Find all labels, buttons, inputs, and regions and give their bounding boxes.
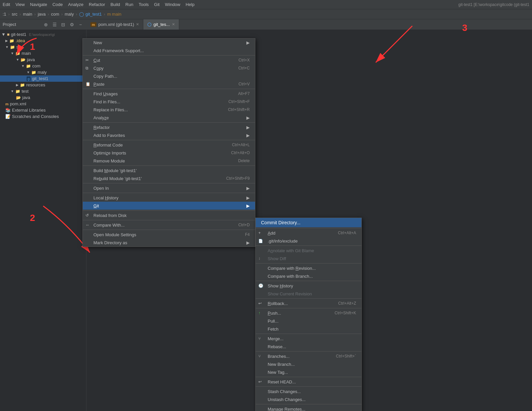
git-branches[interactable]: ⑂ Branches... Ctrl+Shift+` <box>256 352 361 360</box>
tree-java[interactable]: ▼ 📂 java <box>0 56 86 63</box>
scratches-label: Scratches and Consoles <box>12 114 59 119</box>
toolbar-add-icon[interactable]: ⊕ <box>43 21 49 28</box>
tree-test[interactable]: ▼ 📁 test <box>0 88 86 94</box>
git-compare-branch[interactable]: Compare with Branch... <box>256 272 361 280</box>
toolbar-expand-icon[interactable]: ☰ <box>51 21 58 28</box>
compare-icon: ↔ <box>85 223 89 227</box>
sep-2 <box>83 89 255 89</box>
menu-paste[interactable]: 📋 Paste Ctrl+V <box>83 80 255 88</box>
tree-maly[interactable]: ▼ 📁 maly <box>0 69 86 75</box>
menu-remove-module[interactable]: Remove Module Delete <box>83 157 255 165</box>
tree-main[interactable]: ▼ 📁 main <box>0 50 86 56</box>
toolbar-collapse-icon[interactable]: ⊟ <box>60 21 66 28</box>
menu-analyze[interactable]: Analyze <box>68 2 83 7</box>
menu-git[interactable]: Git <box>154 2 160 7</box>
git-path-display: git-test1 [E:\workspace\gitcode (git-tes… <box>459 2 529 7</box>
breadcrumb-java[interactable]: java <box>38 12 46 17</box>
menu-refactor[interactable]: Refactor <box>89 2 105 7</box>
breadcrumb-main[interactable]: main <box>23 12 32 17</box>
git-sep-5 <box>256 308 361 308</box>
tab-pom-xml[interactable]: m pom.xml (git-test1) ✕ <box>86 19 143 30</box>
git-rollback[interactable]: ↩ Rollback... Ctrl+Alt+Z <box>256 299 361 307</box>
menu-new[interactable]: New ▶ <box>83 39 255 47</box>
tree-git-test1-file[interactable]: g git_test1 <box>0 75 86 82</box>
breadcrumb-src[interactable]: src <box>12 12 17 17</box>
ext-libs-label: External Libraries <box>12 108 46 113</box>
menu-reformat[interactable]: Reformat Code Ctrl+Alt+L <box>83 141 255 149</box>
tab-git-label: git_tes... <box>153 22 170 27</box>
menu-code[interactable]: Code <box>53 2 63 7</box>
menu-window[interactable]: Window <box>165 2 180 7</box>
git-new-tag[interactable]: New Tag... <box>256 368 361 376</box>
git-new-branch[interactable]: New Branch... <box>256 360 361 368</box>
menu-add-favorites[interactable]: Add to Favorites ▶ <box>83 131 255 139</box>
menu-navigate[interactable]: Navigate <box>30 2 47 7</box>
maven-tab-icon: m <box>90 22 96 27</box>
menu-refactor[interactable]: Refactor ▶ <box>83 123 255 131</box>
menu-git[interactable]: Git ▶ <box>83 202 255 210</box>
toolbar-minus-icon[interactable]: − <box>77 21 84 28</box>
tab-close[interactable]: ✕ <box>136 22 139 27</box>
tab-git-test[interactable]: ◯ git_tes... ✕ <box>143 19 179 30</box>
git-info-exclude[interactable]: 📄 .git/info/exclude <box>256 237 361 245</box>
breadcrumb-git-test1[interactable]: ◯ git_test1 <box>79 12 102 17</box>
menu-view[interactable]: View <box>15 2 25 7</box>
breadcrumb-com[interactable]: com <box>51 12 60 17</box>
tree-resources[interactable]: ▶ 📁 resources <box>0 82 86 88</box>
idea-label: .idea <box>16 38 25 43</box>
breadcrumb-branch[interactable]: m main <box>107 12 121 17</box>
menu-mark-directory[interactable]: Mark Directory as ▶ <box>83 239 255 247</box>
git-merge[interactable]: ⑂ Merge... <box>256 335 361 343</box>
git-sep-9 <box>256 386 361 387</box>
menu-rebuild-module[interactable]: Rebuild Module 'git-test1' Ctrl+Shift+F9 <box>83 174 255 182</box>
git-fetch[interactable]: Fetch <box>256 325 361 333</box>
menu-open-module-settings[interactable]: Open Module Settings F4 <box>83 231 255 239</box>
menu-find-files[interactable]: Find in Files... Ctrl+Shift+F <box>83 98 255 106</box>
git-push[interactable]: ↑ Push... Ctrl+Shift+K <box>256 309 361 317</box>
menu-reload[interactable]: ↺ Reload from Disk <box>83 211 255 219</box>
rollback-icon: ↩ <box>258 301 262 306</box>
git-stash[interactable]: Stash Changes... <box>256 387 361 395</box>
menu-help[interactable]: Help <box>186 2 195 7</box>
git-show-history[interactable]: 🕐 Show History <box>256 282 361 290</box>
toolbar-settings-icon[interactable]: ⚙ <box>68 21 75 28</box>
menu-find-usages[interactable]: Find Usages Alt+F7 <box>83 90 255 98</box>
menu-edit[interactable]: Edit <box>3 2 10 7</box>
git-unstash[interactable]: Unstash Changes... <box>256 395 361 403</box>
git-pull[interactable]: Pull... <box>256 317 361 325</box>
menu-local-history[interactable]: Local History ▶ <box>83 194 255 202</box>
menu-replace-files[interactable]: Replace in Files... Ctrl+Shift+R <box>83 106 255 114</box>
scissors-icon: ✂ <box>85 58 89 62</box>
menu-add-framework[interactable]: Add Framework Support... <box>83 47 255 54</box>
tree-pom[interactable]: m pom.xml <box>0 101 86 107</box>
tree-idea[interactable]: ▶ 📁 .idea <box>0 38 86 44</box>
tabs-bar: Project ⊕ ☰ ⊟ ⚙ − m pom.xml (git-test1) … <box>0 19 532 30</box>
git-reset-head[interactable]: ↩ Reset HEAD... <box>256 378 361 386</box>
menu-build-module[interactable]: Build Module 'git-test1' <box>83 166 255 174</box>
git-rebase[interactable]: Rebase... <box>256 343 361 351</box>
tree-scratches[interactable]: 📝 Scratches and Consoles <box>0 113 86 120</box>
breadcrumb-maly[interactable]: maly <box>65 12 74 17</box>
breadcrumb-item[interactable]: :1 <box>3 12 6 17</box>
git-manage-remotes[interactable]: Manage Remotes... <box>256 405 361 411</box>
menu-tools[interactable]: Tools <box>139 2 149 7</box>
tab-git-close[interactable]: ✕ <box>172 22 175 27</box>
menu-copy-path[interactable]: Copy Path... <box>83 72 255 80</box>
menu-optimize-imports[interactable]: Optimize Imports Ctrl+Alt+O <box>83 149 255 157</box>
git-commit-dir[interactable]: Commit Directory... <box>256 218 361 227</box>
menu-build[interactable]: Build <box>110 2 120 7</box>
menu-run[interactable]: Run <box>125 2 133 7</box>
tree-root[interactable]: ▼ ■ git-test1 E:\workspace\gi <box>0 31 86 38</box>
git-sep-2 <box>256 263 361 263</box>
tree-src[interactable]: ▼ 📁 src <box>0 44 86 50</box>
git-compare-revision[interactable]: Compare with Revision... <box>256 264 361 272</box>
git-add[interactable]: + Add Ctrl+Alt+A <box>256 229 361 237</box>
tree-com[interactable]: ▼ 📁 com <box>0 63 86 69</box>
tree-ext-libs[interactable]: 📚 External Libraries <box>0 107 86 113</box>
menu-copy[interactable]: ⧉ Copy Ctrl+C <box>83 64 255 72</box>
tree-test-java[interactable]: 📂 java <box>0 94 86 101</box>
menu-compare-with[interactable]: ↔ Compare With... Ctrl+D <box>83 221 255 229</box>
menu-open-in[interactable]: Open In ▶ <box>83 184 255 192</box>
menu-cut[interactable]: ✂ Cut Ctrl+X <box>83 56 255 64</box>
menu-analyze[interactable]: Analyze ▶ <box>83 114 255 122</box>
